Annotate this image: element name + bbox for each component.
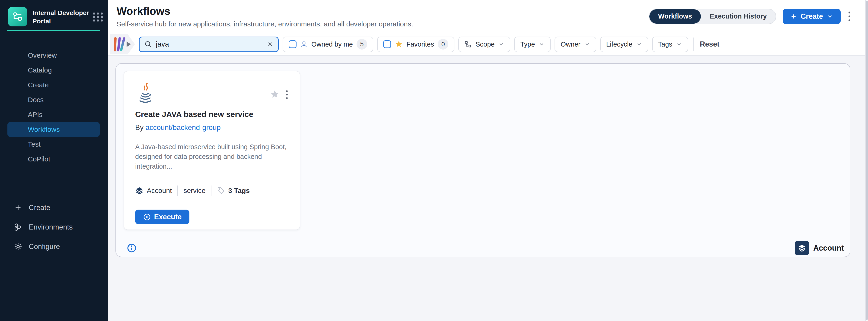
sidebar-item-workflows[interactable]: Workflows	[7, 122, 100, 137]
workflow-card: Create JAVA based new service By account…	[124, 71, 300, 230]
sidebar-footer-nav: Create Environments	[0, 197, 108, 255]
library-bars-icon	[114, 37, 124, 51]
clear-search-icon[interactable]	[267, 41, 273, 47]
sidebar-item-configure[interactable]: Configure	[0, 238, 108, 255]
hierarchy-icon	[464, 40, 472, 48]
sidebar: Internal Developer Portal Overview Catal…	[0, 0, 108, 321]
by-prefix: By	[135, 123, 144, 132]
app-window: Internal Developer Portal Overview Catal…	[0, 0, 868, 321]
workflow-meta-row: Account service 3 Tags	[135, 185, 289, 196]
info-icon[interactable]	[127, 243, 137, 253]
favorites-count: 0	[438, 39, 448, 49]
divider	[211, 185, 211, 196]
dropdown-label: Scope	[475, 40, 495, 48]
filter-owner-dropdown[interactable]: Owner	[555, 37, 596, 52]
create-button-label: Create	[801, 12, 823, 21]
view-toggle: Workflows Execution History	[649, 9, 776, 24]
dropdown-label: Lifecycle	[606, 40, 632, 48]
chevron-down-icon	[498, 41, 504, 47]
page-title: Workflows	[117, 5, 413, 17]
reset-wrap: Reset	[693, 38, 719, 51]
execute-button[interactable]: Execute	[135, 210, 189, 224]
filter-owned-by-me[interactable]: Owned by me 5	[283, 37, 373, 52]
star-icon	[395, 40, 403, 48]
panel-footer: Account	[116, 239, 850, 257]
favorites-checkbox[interactable]	[383, 40, 391, 48]
chevron-down-icon	[584, 41, 590, 47]
tag-icon	[217, 187, 225, 194]
chevron-down-icon	[676, 41, 682, 47]
app-grid-icon[interactable]	[93, 12, 103, 22]
filter-label: Favorites	[406, 40, 434, 48]
favorite-star-icon[interactable]	[270, 90, 280, 99]
card-menu-kebab-icon[interactable]	[285, 90, 289, 100]
sidebar-item-create[interactable]: Create	[7, 78, 100, 93]
filter-bar: Owned by me 5 Favorites 0 Scope	[108, 33, 865, 56]
execute-button-label: Execute	[154, 213, 182, 221]
person-icon	[300, 40, 308, 48]
sidebar-item-copilot[interactable]: CoPilot	[7, 152, 100, 167]
expand-arrow-icon	[127, 41, 131, 47]
layers-icon	[795, 241, 809, 255]
workflow-title: Create JAVA based new service	[135, 110, 289, 119]
sidebar-divider	[22, 44, 82, 44]
divider	[693, 38, 694, 51]
dropdown-label: Tags	[658, 40, 672, 48]
portal-logo-icon	[8, 7, 27, 26]
workflow-owner-line: By account/backend-group	[135, 123, 289, 132]
hexagons-icon	[13, 223, 23, 231]
page-header-text: Workflows Self-service hub for new appli…	[117, 5, 413, 28]
sidebar-item-create-bottom[interactable]: Create	[0, 199, 108, 217]
owner-group-link[interactable]: account/backend-group	[146, 123, 221, 132]
type-label: service	[183, 187, 206, 194]
plus-icon	[13, 204, 23, 212]
page-header: Workflows Self-service hub for new appli…	[108, 0, 865, 33]
card-actions	[270, 90, 289, 100]
filter-scope-dropdown[interactable]: Scope	[458, 37, 510, 52]
sidebar-accent-bar	[7, 30, 100, 31]
scope-meta: Account	[135, 186, 172, 195]
sidebar-item-environments[interactable]: Environments	[0, 218, 108, 236]
filter-lifecycle-dropdown[interactable]: Lifecycle	[600, 37, 648, 52]
filter-favorites[interactable]: Favorites 0	[377, 37, 455, 52]
filter-tags-dropdown[interactable]: Tags	[652, 37, 688, 52]
create-button[interactable]: Create	[783, 9, 841, 24]
account-badge-label: Account	[813, 244, 844, 252]
header-controls: Workflows Execution History Create	[649, 9, 852, 24]
chevron-down-icon	[538, 41, 545, 47]
tags-meta: 3 Tags	[217, 187, 250, 194]
owned-by-me-count: 5	[356, 39, 367, 49]
owned-by-me-checkbox[interactable]	[289, 40, 297, 48]
search-input[interactable]	[155, 40, 264, 49]
sidebar-logo-row: Internal Developer Portal	[0, 0, 108, 26]
search-icon	[144, 40, 152, 48]
workflow-search	[139, 37, 279, 52]
java-logo-icon	[137, 82, 154, 104]
tab-execution-history[interactable]: Execution History	[701, 9, 776, 24]
sidebar-item-overview[interactable]: Overview	[7, 48, 100, 63]
sidebar-item-label: Configure	[29, 243, 60, 251]
reset-filters-button[interactable]: Reset	[700, 40, 719, 48]
dropdown-label: Owner	[561, 40, 580, 48]
sidebar-item-label: Environments	[29, 223, 73, 231]
sidebar-nav: Overview Catalog Create Docs APIs Workfl…	[0, 48, 108, 167]
sidebar-item-label: Create	[29, 204, 50, 212]
vertical-scrollbar[interactable]	[865, 0, 868, 321]
page-menu-kebab-icon[interactable]	[847, 10, 852, 23]
scrollbar-thumb[interactable]	[866, 1, 868, 320]
tags-count-label: 3 Tags	[228, 187, 250, 194]
quick-filters-toggle[interactable]	[111, 34, 135, 55]
sidebar-item-test[interactable]: Test	[7, 137, 100, 152]
layers-icon	[135, 186, 144, 195]
main-area: Workflows Self-service hub for new appli…	[108, 0, 865, 321]
filter-type-dropdown[interactable]: Type	[514, 37, 551, 52]
plus-icon	[790, 13, 797, 20]
sidebar-item-apis[interactable]: APIs	[7, 107, 100, 122]
scope-label: Account	[147, 187, 172, 194]
sidebar-item-catalog[interactable]: Catalog	[7, 63, 100, 78]
page-subtitle: Self-service hub for new applications, i…	[117, 20, 413, 28]
card-top-row	[135, 82, 289, 104]
divider	[177, 185, 178, 196]
tab-workflows[interactable]: Workflows	[649, 9, 701, 24]
sidebar-item-docs[interactable]: Docs	[7, 93, 100, 107]
